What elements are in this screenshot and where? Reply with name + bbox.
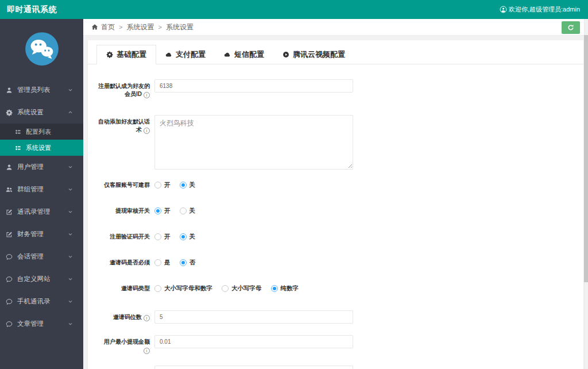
breadcrumb-separator: >	[119, 24, 122, 30]
form-row-withdraw-audit: 提现审核开关 开 关	[96, 207, 583, 215]
sidebar-subitem-label: 系统设置	[26, 144, 51, 152]
scrollbar-thumb[interactable]	[584, 35, 588, 282]
breadcrumb-system-settings[interactable]: 系统设置	[126, 22, 154, 32]
info-icon	[144, 315, 150, 321]
radio-icon	[154, 233, 161, 240]
radio-icon-selected	[180, 182, 187, 189]
edit-icon	[6, 209, 13, 216]
tab-tencent-video-config[interactable]: 腾讯云视频配置	[273, 45, 354, 64]
top-header-bar: 即时通讯系统 欢迎你,超级管理员:admin	[0, 0, 588, 19]
user-icon	[6, 164, 13, 171]
max-daily-withdraw-input[interactable]	[154, 366, 353, 369]
tab-sms-config[interactable]: 短信配置	[215, 45, 273, 64]
form-row-register-captcha: 注册验证码开关 开 关	[96, 233, 583, 241]
radio-icon	[180, 207, 187, 214]
app-title: 即时通讯系统	[7, 5, 57, 15]
sidebar-item-admin-list[interactable]: 管理员列表	[0, 79, 83, 101]
user-welcome-menu[interactable]: 欢迎你,超级管理员:admin	[500, 5, 580, 14]
sidebar-item-group-management[interactable]: 群组管理	[0, 178, 83, 201]
field-label: 用户每天最多提现金额	[96, 366, 150, 369]
sidebar-item-label: 财务管理	[17, 230, 68, 239]
form-row-cs-only-group: 仅客服账号可建群 开 关	[96, 181, 583, 189]
field-label: 邀请码是否必须	[96, 259, 150, 267]
sidebar-item-system-settings[interactable]: 系统设置	[0, 101, 83, 124]
app-logo	[0, 19, 83, 79]
sidebar: 管理员列表 系统设置 配置列表 系统设置 用户管理 群组管理	[0, 19, 83, 369]
user-icon	[6, 87, 13, 94]
sidebar-item-label: 群组管理	[17, 185, 68, 194]
radio-option-alnum[interactable]: 大小写字母和数字	[154, 285, 212, 293]
min-withdraw-input[interactable]	[154, 335, 353, 348]
user-circle-icon	[500, 6, 507, 13]
radio-option-off[interactable]: 关	[180, 207, 196, 215]
breadcrumb-home[interactable]: 首页	[101, 22, 115, 32]
field-label-text: 注册验证码开关	[110, 233, 150, 240]
field-label: 注册验证码开关	[96, 233, 150, 241]
form-row-invite-code-type: 邀请码类型 大小写字母和数字 大小写字母 纯数字	[96, 285, 583, 293]
radio-option-off[interactable]: 关	[180, 181, 196, 189]
field-label-text: 仅客服账号可建群	[104, 182, 150, 188]
video-icon	[283, 51, 289, 58]
radio-option-no[interactable]: 否	[180, 259, 196, 267]
sidebar-subitem-config-list[interactable]: 配置列表	[0, 124, 83, 140]
field-label-text: 邀请码位数	[113, 314, 142, 320]
sidebar-item-session-management[interactable]: 会话管理	[0, 245, 83, 268]
field-label: 仅客服账号可建群	[96, 181, 150, 189]
field-label-text: 邀请码是否必须	[110, 259, 150, 266]
breadcrumb: 首页 > 系统设置 > 系统设置	[83, 19, 588, 36]
radio-option-on[interactable]: 开	[154, 207, 171, 215]
list-icon	[15, 145, 21, 151]
gear-icon	[106, 51, 113, 58]
field-label-text: 用户最小提现金额	[104, 339, 150, 345]
sidebar-item-label: 系统设置	[17, 108, 68, 117]
sidebar-item-article-management[interactable]: 文章管理	[0, 313, 83, 335]
form-row-invite-code-required: 邀请码是否必须 是 否	[96, 259, 583, 267]
radio-icon-selected	[180, 259, 187, 266]
radio-option-on[interactable]: 开	[154, 233, 171, 241]
cloud-icon	[165, 51, 172, 58]
vertical-scrollbar[interactable]	[584, 19, 588, 369]
radio-option-numeric[interactable]: 纯数字	[271, 285, 299, 293]
member-id-input[interactable]	[154, 79, 353, 93]
wechat-logo-icon	[23, 30, 61, 68]
radio-option-on[interactable]: 开	[154, 181, 171, 189]
default-greeting-textarea[interactable]: 火烈鸟科技	[154, 115, 353, 170]
sidebar-item-label: 文章管理	[17, 320, 68, 328]
settings-form: 注册默认成为好友的会员ID 自动添加好友默认话术 火烈鸟科技 仅客服账号可建群	[88, 64, 583, 369]
comment-icon	[6, 321, 13, 328]
info-icon	[144, 92, 150, 98]
sidebar-subitem-system-settings[interactable]: 系统设置	[0, 140, 83, 156]
list-icon	[15, 129, 21, 135]
sidebar-item-phone-contacts[interactable]: 手机通讯录	[0, 290, 83, 313]
radio-option-yes[interactable]: 是	[154, 259, 171, 267]
sidebar-item-custom-website[interactable]: 自定义网站	[0, 268, 83, 290]
sidebar-item-user-management[interactable]: 用户管理	[0, 156, 83, 178]
refresh-icon	[567, 24, 574, 31]
welcome-text: 欢迎你,超级管理员:admin	[509, 5, 580, 14]
sidebar-item-label: 用户管理	[17, 163, 68, 171]
sidebar-item-contacts-management[interactable]: 通讯录管理	[0, 201, 83, 223]
sidebar-item-finance-management[interactable]: 财务管理	[0, 223, 83, 245]
sidebar-item-label: 会话管理	[17, 252, 68, 261]
radio-option-alpha[interactable]: 大小写字母	[222, 285, 262, 293]
invite-code-digits-input[interactable]	[154, 310, 353, 324]
sidebar-item-label: 通讯录管理	[17, 207, 68, 216]
radio-icon	[154, 182, 161, 189]
radio-icon	[154, 285, 161, 292]
info-icon	[144, 128, 150, 134]
tab-basic-config[interactable]: 基础配置	[96, 45, 156, 64]
form-row-min-withdraw: 用户最小提现金额	[96, 335, 583, 354]
tab-label: 腾讯云视频配置	[293, 49, 345, 60]
chevron-down-icon	[68, 299, 73, 304]
field-label: 自动添加好友默认话术	[96, 115, 150, 170]
refresh-button[interactable]	[562, 21, 580, 34]
form-row-member-id: 注册默认成为好友的会员ID	[96, 79, 583, 98]
tab-payment-config[interactable]: 支付配置	[156, 45, 215, 64]
comment-icon	[6, 253, 13, 260]
radio-option-off[interactable]: 关	[180, 233, 196, 241]
radio-icon	[222, 285, 229, 292]
chevron-down-icon	[68, 276, 73, 282]
radio-icon-selected	[154, 207, 161, 214]
sidebar-item-label: 管理员列表	[17, 86, 68, 94]
content-card: 基础配置 支付配置 短信配置 腾讯云视频配置 注册默认成为好友的会员ID	[88, 40, 583, 369]
